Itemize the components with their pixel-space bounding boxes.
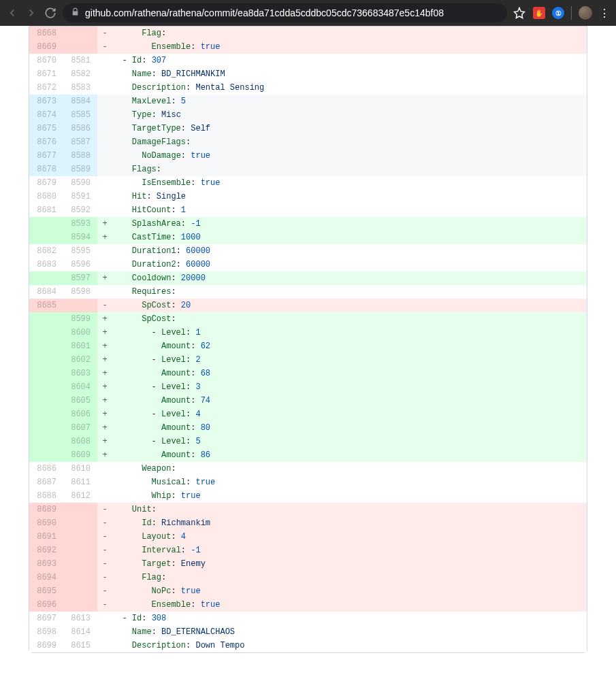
reload-button[interactable] bbox=[44, 6, 57, 20]
line-number-old[interactable]: 8683 bbox=[29, 258, 63, 271]
line-number-old[interactable] bbox=[29, 353, 63, 367]
line-number-new[interactable] bbox=[63, 571, 97, 584]
code-cell[interactable]: TargetType: Self bbox=[112, 122, 587, 135]
line-number-new[interactable] bbox=[63, 544, 97, 557]
line-number-new[interactable]: 8603 bbox=[63, 367, 97, 380]
line-number-old[interactable] bbox=[29, 380, 63, 394]
code-cell[interactable]: Unit: bbox=[112, 503, 587, 516]
line-number-new[interactable]: 8598 bbox=[63, 285, 97, 299]
line-number-new[interactable] bbox=[63, 27, 97, 40]
line-number-new[interactable]: 8612 bbox=[63, 489, 97, 503]
line-number-old[interactable]: 8681 bbox=[29, 203, 63, 217]
code-cell[interactable]: IsEnsemble: true bbox=[112, 176, 587, 190]
code-cell[interactable]: - Level: 3 bbox=[112, 380, 587, 394]
line-number-new[interactable]: 8587 bbox=[63, 135, 97, 149]
line-number-new[interactable]: 8582 bbox=[63, 67, 97, 81]
line-number-new[interactable]: 8589 bbox=[63, 163, 97, 176]
code-cell[interactable]: Hit: Single bbox=[112, 190, 587, 203]
code-cell[interactable]: HitCount: 1 bbox=[112, 203, 587, 217]
line-number-old[interactable]: 8680 bbox=[29, 190, 63, 203]
line-number-new[interactable]: 8607 bbox=[63, 421, 97, 435]
code-cell[interactable]: DamageFlags: bbox=[112, 135, 587, 149]
line-number-new[interactable]: 8615 bbox=[63, 639, 97, 652]
code-cell[interactable]: Flag: bbox=[112, 27, 587, 40]
line-number-old[interactable]: 8685 bbox=[29, 299, 63, 312]
line-number-old[interactable] bbox=[29, 231, 63, 244]
code-cell[interactable]: Interval: -1 bbox=[112, 544, 587, 557]
forward-button[interactable] bbox=[25, 6, 38, 20]
profile-avatar[interactable] bbox=[579, 6, 592, 20]
line-number-new[interactable]: 8604 bbox=[63, 380, 97, 394]
line-number-old[interactable]: 8679 bbox=[29, 176, 63, 190]
code-cell[interactable]: SplashArea: -1 bbox=[112, 217, 587, 231]
line-number-old[interactable]: 8697 bbox=[29, 612, 63, 625]
line-number-old[interactable]: 8675 bbox=[29, 122, 63, 135]
line-number-new[interactable]: 8609 bbox=[63, 448, 97, 462]
code-cell[interactable]: - Level: 4 bbox=[112, 408, 587, 421]
line-number-new[interactable]: 8608 bbox=[63, 435, 97, 448]
line-number-new[interactable]: 8585 bbox=[63, 108, 97, 122]
line-number-old[interactable] bbox=[29, 448, 63, 462]
line-number-old[interactable] bbox=[29, 367, 63, 380]
code-cell[interactable]: Amount: 74 bbox=[112, 394, 587, 408]
line-number-new[interactable]: 8600 bbox=[63, 326, 97, 339]
code-cell[interactable]: Whip: true bbox=[112, 489, 587, 503]
code-cell[interactable]: CastTime: 1000 bbox=[112, 231, 587, 244]
line-number-old[interactable]: 8692 bbox=[29, 544, 63, 557]
line-number-new[interactable]: 8594 bbox=[63, 231, 97, 244]
line-number-new[interactable]: 8602 bbox=[63, 353, 97, 367]
line-number-old[interactable]: 8676 bbox=[29, 135, 63, 149]
line-number-new[interactable] bbox=[63, 503, 97, 516]
code-cell[interactable]: Amount: 86 bbox=[112, 448, 587, 462]
line-number-new[interactable]: 8584 bbox=[63, 95, 97, 108]
code-cell[interactable]: - Level: 2 bbox=[112, 353, 587, 367]
line-number-new[interactable]: 8599 bbox=[63, 312, 97, 326]
line-number-new[interactable]: 8586 bbox=[63, 122, 97, 135]
line-number-old[interactable]: 8688 bbox=[29, 489, 63, 503]
code-cell[interactable]: Flags: bbox=[112, 163, 587, 176]
code-cell[interactable]: Cooldown: 20000 bbox=[112, 271, 587, 285]
line-number-old[interactable]: 8698 bbox=[29, 625, 63, 639]
line-number-old[interactable] bbox=[29, 421, 63, 435]
code-cell[interactable]: Amount: 62 bbox=[112, 339, 587, 353]
line-number-old[interactable]: 8699 bbox=[29, 639, 63, 652]
line-number-new[interactable] bbox=[63, 557, 97, 571]
line-number-new[interactable] bbox=[63, 40, 97, 54]
line-number-new[interactable]: 8596 bbox=[63, 258, 97, 271]
line-number-new[interactable]: 8614 bbox=[63, 625, 97, 639]
line-number-new[interactable] bbox=[63, 299, 97, 312]
line-number-old[interactable]: 8678 bbox=[29, 163, 63, 176]
line-number-new[interactable]: 8601 bbox=[63, 339, 97, 353]
line-number-old[interactable]: 8682 bbox=[29, 244, 63, 258]
code-cell[interactable]: Target: Enemy bbox=[112, 557, 587, 571]
code-cell[interactable]: Flag: bbox=[112, 571, 587, 584]
code-cell[interactable]: NoDamage: true bbox=[112, 149, 587, 163]
line-number-old[interactable]: 8687 bbox=[29, 476, 63, 489]
back-button[interactable] bbox=[5, 6, 19, 20]
line-number-old[interactable]: 8671 bbox=[29, 67, 63, 81]
star-icon[interactable] bbox=[513, 6, 526, 20]
line-number-new[interactable]: 8595 bbox=[63, 244, 97, 258]
line-number-old[interactable]: 8672 bbox=[29, 81, 63, 95]
line-number-new[interactable]: 8606 bbox=[63, 408, 97, 421]
code-cell[interactable]: Ensemble: true bbox=[112, 598, 587, 612]
code-cell[interactable]: Id: Richmankim bbox=[112, 516, 587, 530]
line-number-old[interactable]: 8690 bbox=[29, 516, 63, 530]
line-number-old[interactable]: 8669 bbox=[29, 40, 63, 54]
code-cell[interactable]: SpCost: 20 bbox=[112, 299, 587, 312]
code-cell[interactable]: Amount: 68 bbox=[112, 367, 587, 380]
code-cell[interactable]: Layout: 4 bbox=[112, 530, 587, 544]
code-cell[interactable]: Weapon: bbox=[112, 462, 587, 476]
code-cell[interactable]: - Id: 307 bbox=[112, 54, 587, 67]
line-number-new[interactable] bbox=[63, 516, 97, 530]
line-number-new[interactable] bbox=[63, 598, 97, 612]
code-cell[interactable]: Name: BD_ETERNALCHAOS bbox=[112, 625, 587, 639]
line-number-old[interactable] bbox=[29, 217, 63, 231]
extension-ublock-icon[interactable]: ✋ bbox=[533, 7, 545, 19]
line-number-old[interactable] bbox=[29, 326, 63, 339]
line-number-new[interactable]: 8610 bbox=[63, 462, 97, 476]
code-cell[interactable]: Requires: bbox=[112, 285, 587, 299]
line-number-old[interactable]: 8693 bbox=[29, 557, 63, 571]
line-number-old[interactable]: 8696 bbox=[29, 598, 63, 612]
line-number-old[interactable]: 8673 bbox=[29, 95, 63, 108]
